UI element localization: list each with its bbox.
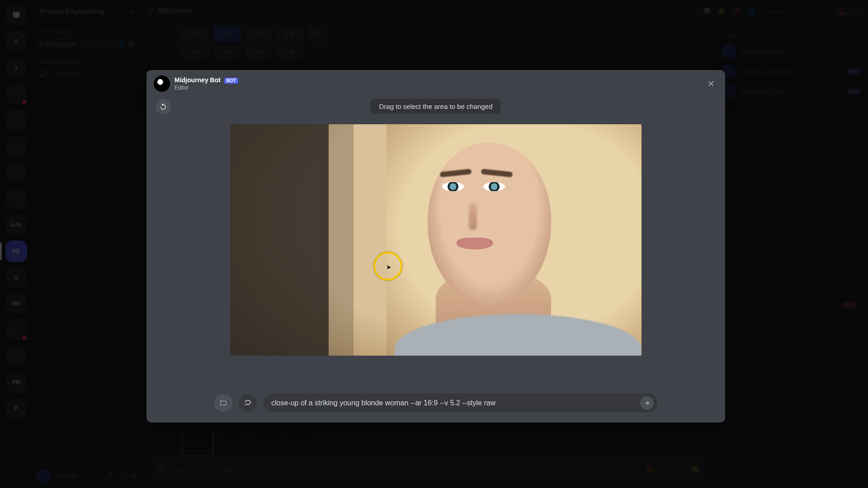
close-icon [708,80,716,88]
modal-footer: close-up of a striking young blonde woma… [146,386,725,422]
editor-canvas[interactable]: ➤ [230,124,642,356]
bot-avatar [154,75,170,92]
rectangle-select-icon [219,399,227,407]
submit-button[interactable] [640,396,654,410]
bot-name: Midjourney Bot [175,76,221,84]
arrow-right-icon [644,400,650,406]
lasso-tool-button[interactable] [239,394,257,412]
undo-icon [159,103,167,111]
modal-subtitle: Editor [175,84,238,91]
bot-badge: BOT [224,78,238,84]
lasso-icon [244,399,252,407]
close-button[interactable] [705,77,718,90]
vary-region-modal: Midjourney Bot BOT Editor Drag to select… [146,70,725,422]
editor-stage: Drag to select the area to be changed ➤ [146,94,725,386]
prompt-text: close-up of a striking young blonde woma… [271,399,495,407]
editor-hint: Drag to select the area to be changed [371,99,500,114]
svg-rect-0 [221,401,226,405]
cursor-icon: ➤ [386,263,392,271]
prompt-input[interactable]: close-up of a striking young blonde woma… [263,394,657,413]
rectangle-tool-button[interactable] [214,394,232,412]
undo-button[interactable] [156,99,171,114]
modal-header: Midjourney Bot BOT Editor [146,70,725,94]
